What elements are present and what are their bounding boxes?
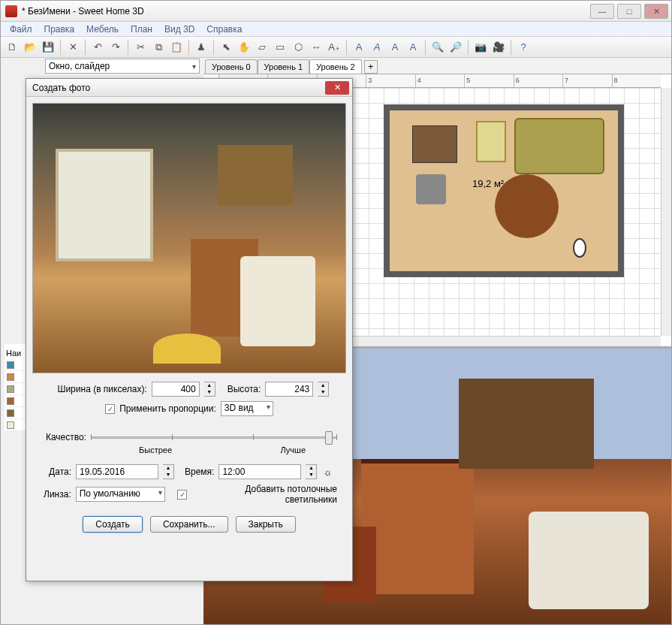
time-input[interactable] [218,464,301,479]
date-label: Дата: [41,466,71,477]
create-button[interactable]: Создать [83,516,143,533]
maximize-button[interactable]: □ [617,4,641,19]
camera-icon[interactable] [573,238,586,258]
dialog-close-button[interactable]: ✕ [325,81,349,95]
tab-level2[interactable]: Уровень 2 [309,59,362,74]
wall-icon[interactable]: ▱ [254,39,270,56]
ceiling-lights-checkbox[interactable]: ✓ [177,490,187,500]
furniture-chair[interactable] [416,174,446,204]
dialog-titlebar[interactable]: Создать фото ✕ [26,79,352,97]
menu-furniture[interactable]: Мебель [82,23,123,36]
preview-image [33,104,345,373]
dimension-icon[interactable]: ↔ [308,39,324,56]
3d-shelf [459,379,594,469]
preview-table [153,334,221,364]
furniture-armchair[interactable] [476,121,506,162]
tab-level0[interactable]: Уровень 0 [205,59,258,74]
close-button[interactable]: ✕ [644,4,668,19]
quality-slider[interactable] [91,430,337,445]
ceiling-lights-label: Добавить потолочные светильники [191,484,337,505]
width-spinner[interactable]: ▲▼ [204,382,215,397]
furniture-catalog-combo[interactable]: Окно, слайдер [45,59,200,74]
date-input[interactable] [76,464,158,479]
menu-help[interactable]: Справка [202,23,246,36]
text-size-up-icon[interactable]: A [387,39,403,56]
text-bold-icon[interactable]: A [351,39,367,56]
list-item[interactable] [5,419,26,431]
tab-add-level[interactable]: + [364,60,378,74]
list-item[interactable] [5,383,26,395]
height-label: Высота: [228,384,261,394]
dialog-title-label: Создать фото [32,83,90,93]
minimize-button[interactable]: — [590,4,614,19]
zoom-out-icon[interactable]: 🔎 [447,39,464,56]
menubar: Файл Правка Мебель План Вид 3D Справка [1,22,671,37]
list-item[interactable] [5,359,26,371]
3d-armchair [529,512,649,609]
menu-file[interactable]: Файл [5,23,37,36]
open-icon[interactable]: 📂 [22,39,38,56]
preferences-icon[interactable]: ✕ [65,39,81,56]
quality-best-label: Лучше [280,445,306,454]
text-size-down-icon[interactable]: A [405,39,421,56]
new-icon[interactable]: 🗋 [4,39,20,56]
select-icon[interactable]: ⬉ [218,39,234,56]
ratio-combo[interactable]: 3D вид [221,401,273,416]
level-tabs: Уровень 0 Уровень 1 Уровень 2 + [203,58,671,74]
add-furniture-icon[interactable]: ♟ [193,39,209,56]
preview-window [56,149,153,261]
paste-icon[interactable]: 📋 [168,39,185,56]
zoom-in-icon[interactable]: 🔍 [429,39,446,56]
room-outline[interactable]: 19,2 м² [384,104,624,277]
text-italic-icon[interactable]: A [369,39,385,56]
width-input[interactable] [152,382,200,397]
furniture-desk[interactable] [412,125,457,163]
toolbar-main: 🗋 📂 💾 ✕ ↶ ↷ ✂ ⧉ 📋 ♟ ⬉ ✋ ▱ ▭ ⬡ ↔ A₊ A A A… [1,37,671,58]
save-button[interactable]: Сохранить... [150,516,228,533]
date-spinner[interactable]: ▲▼ [163,464,174,479]
save-icon[interactable]: 💾 [40,39,56,56]
cut-icon[interactable]: ✂ [132,39,149,56]
menu-plan[interactable]: План [126,23,157,36]
slider-thumb[interactable] [325,431,333,445]
menu-edit[interactable]: Правка [40,23,80,36]
menu-view3d[interactable]: Вид 3D [160,23,199,36]
tab-level1[interactable]: Уровень 1 [258,59,310,74]
furniture-list-header: Наи [5,347,26,359]
apply-ratio-checkbox[interactable]: ✓ [105,404,115,414]
preview-shelf [218,145,293,205]
furniture-table[interactable] [495,174,559,238]
plan-scrollbar-v[interactable] [661,88,671,336]
room-icon[interactable]: ▭ [272,39,288,56]
help-icon[interactable]: ? [515,39,532,56]
video-icon[interactable]: 🎥 [490,39,507,56]
list-item[interactable] [5,371,26,383]
furniture-sofa[interactable] [514,118,604,174]
list-item[interactable] [5,395,26,407]
polyline-icon[interactable]: ⬡ [290,39,306,56]
text-icon[interactable]: A₊ [326,39,342,56]
pan-icon[interactable]: ✋ [236,39,252,56]
quality-label: Качество: [41,432,86,442]
close-dialog-button[interactable]: Закрыть [236,516,296,533]
titlebar: * БезИмени - Sweet Home 3D — □ ✕ [1,1,671,22]
undo-icon[interactable]: ↶ [89,39,106,56]
list-item[interactable] [5,407,26,419]
time-spinner[interactable]: ▲▼ [306,464,317,479]
height-spinner[interactable]: ▲▼ [318,382,329,397]
copy-icon[interactable]: ⧉ [150,39,167,56]
3d-desk [361,459,474,594]
preview-armchair [240,256,315,346]
window-title: * БезИмени - Sweet Home 3D [22,6,590,17]
lens-label: Линза: [41,489,71,500]
room-area-label: 19,2 м² [472,178,504,189]
furniture-list-panel: Наи [5,344,26,431]
sun-icon[interactable]: ☼ [321,466,333,478]
photo-icon[interactable]: 📷 [472,39,489,56]
photo-preview [32,103,346,373]
lens-combo[interactable]: По умолчанию [76,487,165,502]
redo-icon[interactable]: ↷ [107,39,124,56]
create-photo-dialog: Создать фото ✕ Ширина (в пикселах): ▲▼ В… [26,78,353,581]
height-input[interactable] [265,382,313,397]
apply-ratio-label: Применить пропорции: [119,403,216,414]
